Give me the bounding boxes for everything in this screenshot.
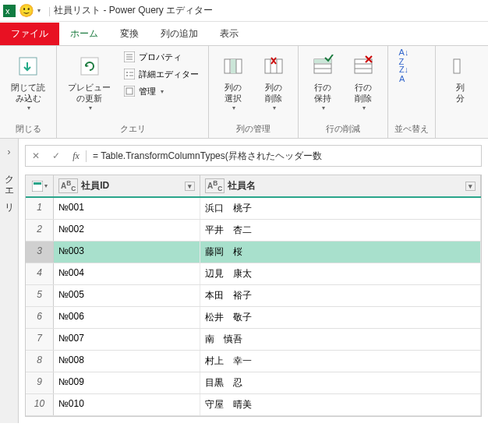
split-label: 列 分 — [456, 82, 465, 104]
ribbon-group-columns: 列の 選択 ▾ 列の 削除 ▾ 列の管理 — [209, 46, 299, 138]
commit-formula-icon[interactable]: ✓ — [46, 150, 66, 161]
cell-id[interactable]: №003 — [54, 242, 200, 263]
column-label: 社員名 — [228, 179, 256, 192]
refresh-label: プレビュー の更新 — [68, 82, 111, 104]
tab-file[interactable]: ファイル — [0, 23, 59, 45]
column-header-id[interactable]: ABC 社員ID ▾ — [54, 175, 200, 196]
group-label-sort: 並べ替え — [394, 122, 429, 136]
column-header-name[interactable]: ABC 社員名 ▾ — [200, 175, 481, 196]
table-row[interactable]: 10№010守屋 晴美 — [26, 394, 481, 416]
tab-transform[interactable]: 変換 — [109, 23, 150, 45]
grid-header-row: ▾ ABC 社員ID ▾ ABC 社員名 ▾ — [26, 175, 481, 198]
tab-add-column[interactable]: 列の追加 — [150, 23, 209, 45]
table-row[interactable]: 1№001浜口 桃子 — [26, 198, 481, 220]
manage-button[interactable]: 管理 ▾ — [120, 83, 202, 99]
table-row[interactable]: 8№008村上 幸一 — [26, 351, 481, 372]
cell-name[interactable]: 平井 杏二 — [200, 220, 481, 241]
cell-name[interactable]: 守屋 晴美 — [200, 394, 481, 415]
grid-body: 1№001浜口 桃子2№002平井 杏二3№003藤岡 桜4№004辺見 康太5… — [26, 198, 481, 416]
cell-name[interactable]: 松井 敬子 — [200, 307, 481, 328]
tab-home[interactable]: ホーム — [59, 23, 109, 45]
ribbon: 閉じて読 み込む ▾ 閉じる プレビュー の更新 ▾ プロパティ — [0, 45, 488, 139]
chevron-down-icon: ▾ — [273, 104, 276, 111]
remove-columns-button[interactable]: 列の 削除 ▾ — [256, 49, 292, 115]
text-type-icon: ABC — [205, 178, 225, 193]
cell-id[interactable]: №009 — [54, 372, 200, 393]
ribbon-group-query: プレビュー の更新 ▾ プロパティ 詳細エディター 管理 ▾ クエリ — [57, 46, 209, 138]
row-number[interactable]: 10 — [26, 394, 54, 415]
chevron-down-icon: ▾ — [362, 104, 366, 111]
cell-id[interactable]: №006 — [54, 307, 200, 328]
row-number[interactable]: 7 — [26, 329, 54, 350]
row-number[interactable]: 1 — [26, 198, 54, 219]
refresh-preview-button[interactable]: プレビュー の更新 ▾ — [63, 49, 115, 115]
ribbon-tabs: ファイル ホーム 変換 列の追加 表示 — [0, 22, 488, 45]
sort-asc-button[interactable]: A↓Z — [394, 49, 413, 65]
cell-name[interactable]: 南 慎吾 — [200, 329, 481, 350]
svg-rect-29 — [454, 59, 460, 73]
keep-rows-button[interactable]: 行の 保持 ▾ — [305, 49, 341, 115]
cell-id[interactable]: №002 — [54, 220, 200, 241]
table-row[interactable]: 4№004辺見 康太 — [26, 263, 481, 285]
remove-rows-button[interactable]: 行の 削除 ▾ — [345, 49, 381, 115]
fx-icon[interactable]: fx — [66, 150, 87, 162]
filter-dropdown-icon[interactable]: ▾ — [465, 182, 476, 191]
table-options-icon[interactable]: ▾ — [26, 175, 54, 196]
cell-name[interactable]: 本田 裕子 — [200, 285, 481, 306]
text-type-icon: ABC — [58, 178, 78, 193]
cancel-formula-icon[interactable]: ✕ — [26, 150, 46, 161]
qat-dropdown-icon[interactable]: ▾ — [37, 7, 41, 14]
choose-columns-button[interactable]: 列の 選択 ▾ — [215, 49, 251, 115]
cell-id[interactable]: №004 — [54, 263, 200, 284]
expand-queries-button[interactable]: › — [5, 143, 14, 161]
sort-desc-button[interactable]: Z↓A — [394, 66, 413, 82]
table-row[interactable]: 7№007南 慎吾 — [26, 329, 481, 351]
table-row[interactable]: 3№003藤岡 桜 — [26, 242, 481, 263]
advanced-editor-icon — [123, 68, 136, 80]
cell-name[interactable]: 藤岡 桜 — [200, 242, 481, 263]
cell-name[interactable]: 浜口 桃子 — [200, 198, 481, 219]
data-grid: ▾ ABC 社員ID ▾ ABC 社員名 ▾ 1№001浜口 桃子2№002平井… — [25, 175, 482, 417]
cell-name[interactable]: 村上 幸一 — [200, 351, 481, 372]
row-number[interactable]: 2 — [26, 220, 54, 241]
excel-icon: x — [3, 5, 16, 17]
remove-columns-label: 列の 削除 — [265, 82, 282, 104]
table-row[interactable]: 5№005本田 裕子 — [26, 285, 481, 307]
tab-view[interactable]: 表示 — [209, 23, 249, 45]
row-number[interactable]: 9 — [26, 372, 54, 393]
refresh-icon — [78, 52, 101, 80]
queries-pane-label[interactable]: クエリ — [2, 168, 16, 210]
advanced-editor-button[interactable]: 詳細エディター — [120, 66, 202, 82]
cell-id[interactable]: №010 — [54, 394, 200, 415]
svg-point-9 — [126, 72, 128, 73]
cell-id[interactable]: №007 — [54, 329, 200, 350]
cell-name[interactable]: 目黒 忍 — [200, 372, 481, 393]
cell-id[interactable]: №008 — [54, 351, 200, 372]
close-and-load-button[interactable]: 閉じて読 み込む ▾ — [6, 49, 50, 115]
row-number[interactable]: 6 — [26, 307, 54, 328]
filter-dropdown-icon[interactable]: ▾ — [185, 182, 195, 191]
table-row[interactable]: 2№002平井 杏二 — [26, 220, 481, 242]
table-row[interactable]: 6№006松井 敬子 — [26, 307, 481, 329]
group-label-query: クエリ — [63, 122, 202, 136]
svg-rect-16 — [231, 59, 236, 73]
group-label-split — [442, 133, 478, 136]
table-row[interactable]: 9№009目黒 忍 — [26, 372, 481, 394]
row-number[interactable]: 5 — [26, 285, 54, 306]
row-number[interactable]: 3 — [26, 242, 54, 263]
chevron-down-icon: ▾ — [161, 88, 164, 95]
split-column-button[interactable]: 列 分 — [442, 49, 478, 108]
remove-columns-icon — [262, 52, 285, 80]
cell-id[interactable]: №001 — [54, 198, 200, 219]
workspace: › クエリ ✕ ✓ fx = Table.TransformColumnType… — [0, 139, 488, 423]
ribbon-group-split: 列 分 — [436, 46, 484, 138]
smile-icon[interactable]: 🙂 — [19, 3, 34, 18]
formula-input[interactable]: = Table.TransformColumnTypes(昇格されたヘッダー数 — [87, 150, 481, 163]
row-number[interactable]: 8 — [26, 351, 54, 372]
svg-rect-8 — [124, 69, 135, 79]
queries-pane-collapsed: › クエリ — [0, 139, 19, 423]
row-number[interactable]: 4 — [26, 263, 54, 284]
properties-button[interactable]: プロパティ — [120, 49, 202, 65]
cell-id[interactable]: №005 — [54, 285, 200, 306]
cell-name[interactable]: 辺見 康太 — [200, 263, 481, 284]
